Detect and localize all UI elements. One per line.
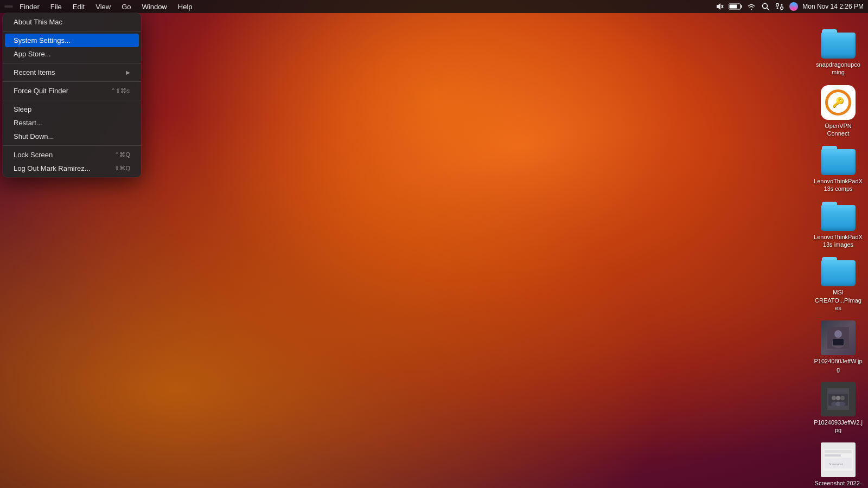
wifi-icon[interactable] xyxy=(746,1,757,12)
icon-label-lenovo-images: LenovoThinkPadX13s images xyxy=(814,233,863,249)
menu-item-app-store[interactable]: App Store... xyxy=(5,47,139,61)
menu-separator-4 xyxy=(3,100,141,100)
menubar-view[interactable]: View xyxy=(91,2,115,12)
menu-item-about[interactable]: About This Mac xyxy=(5,15,139,29)
icon-label-msi: MSI CREATO...PImages xyxy=(814,288,863,312)
siri-icon[interactable] xyxy=(788,1,799,12)
recent-items-arrow: ▶ xyxy=(126,69,130,75)
apple-menu-dropdown: About This Mac System Settings... App St… xyxy=(3,13,141,177)
menubar-clock: Mon Nov 14 2:26 PM xyxy=(802,3,864,10)
menu-item-system-settings[interactable]: System Settings... xyxy=(5,34,139,47)
desktop-icon-photo2[interactable]: P1024093JeffW2.jpg xyxy=(811,380,865,436)
menu-item-sleep[interactable]: Sleep xyxy=(5,102,139,116)
spotlight-icon[interactable] xyxy=(760,1,771,12)
desktop-icon-msi[interactable]: MSI CREATO...PImages xyxy=(811,255,865,314)
photo-thumbnail-2 xyxy=(821,382,856,416)
battery-icon[interactable] xyxy=(729,1,743,12)
folder-icon-lenovo-comps xyxy=(821,146,856,175)
desktop-icon-openvpn[interactable]: 🔑 OpenVPN Connect xyxy=(811,83,865,140)
svg-point-17 xyxy=(832,396,836,400)
force-quit-shortcut: ⌃⇧⌘⎋ xyxy=(111,87,130,94)
svg-rect-24 xyxy=(825,450,852,453)
icon-label-lenovo-comps: LenovoThinkPadX13s comps xyxy=(814,177,863,193)
apple-menu-button[interactable] xyxy=(4,5,13,8)
lock-screen-shortcut: ⌃⌘Q xyxy=(114,151,130,158)
svg-rect-3 xyxy=(741,5,742,8)
menu-item-lock-screen[interactable]: Lock Screen ⌃⌘Q xyxy=(5,148,139,162)
icon-label-photo2: P1024093JeffW2.jpg xyxy=(814,419,863,434)
menu-item-restart[interactable]: Restart... xyxy=(5,116,139,130)
folder-icon-lenovo-images xyxy=(821,202,856,231)
svg-point-12 xyxy=(834,330,842,338)
menubar-go[interactable]: Go xyxy=(117,2,135,12)
logout-shortcut: ⇧⌘Q xyxy=(114,165,130,172)
icon-label-screenshot: Screenshot 2022-11...31.27 PM xyxy=(814,479,863,488)
menubar-finder[interactable]: Finder xyxy=(15,2,44,12)
menubar-edit[interactable]: Edit xyxy=(68,2,89,12)
svg-point-9 xyxy=(781,4,783,6)
svg-line-6 xyxy=(767,8,769,10)
desktop-icon-snapdragon[interactable]: snapdragonupcoming xyxy=(811,27,865,79)
menubar-left: Finder File Edit View Go Window Help xyxy=(4,2,197,12)
photo-thumbnail-1 xyxy=(821,320,856,355)
menubar-right: Mon Nov 14 2:26 PM xyxy=(714,1,864,12)
desktop: Finder File Edit View Go Window Help xyxy=(0,0,868,488)
desktop-icon-photo1[interactable]: P1024080JeffW.jpg xyxy=(811,318,865,375)
icon-label-openvpn: OpenVPN Connect xyxy=(814,122,863,138)
menu-separator-5 xyxy=(3,145,141,146)
menu-item-recent-items[interactable]: Recent Items ▶ xyxy=(5,66,139,79)
openvpn-app-icon: 🔑 xyxy=(821,85,856,120)
menu-item-logout[interactable]: Log Out Mark Ramirez... ⇧⌘Q xyxy=(5,162,139,175)
menubar-window[interactable]: Window xyxy=(138,2,171,12)
svg-rect-14 xyxy=(833,339,844,345)
menu-separator-1 xyxy=(3,31,141,31)
desktop-icons-column: snapdragonupcoming 🔑 OpenVPN Connect Len… xyxy=(808,22,868,488)
desktop-icon-lenovo-comps[interactable]: LenovoThinkPadX13s comps xyxy=(811,144,865,195)
menubar-file[interactable]: File xyxy=(46,2,66,12)
folder-icon-msi xyxy=(821,257,856,286)
desktop-icon-screenshot[interactable]: Screenshot Screenshot 2022-11...31.27 PM xyxy=(811,440,865,488)
svg-point-7 xyxy=(776,4,779,7)
icon-label-photo1: P1024080JeffW.jpg xyxy=(814,357,863,373)
control-center-icon[interactable] xyxy=(774,1,785,12)
svg-point-8 xyxy=(781,7,783,10)
svg-text:Screenshot: Screenshot xyxy=(829,463,843,466)
menubar: Finder File Edit View Go Window Help xyxy=(0,0,868,13)
menu-item-force-quit[interactable]: Force Quit Finder ⌃⇧⌘⎋ xyxy=(5,84,139,98)
mute-icon[interactable] xyxy=(714,1,725,12)
desktop-icon-lenovo-images[interactable]: LenovoThinkPadX13s images xyxy=(811,200,865,251)
screenshot-thumbnail: Screenshot xyxy=(821,442,856,477)
menu-separator-2 xyxy=(3,63,141,63)
svg-point-22 xyxy=(840,402,845,406)
menu-item-shutdown[interactable]: Shut Down... xyxy=(5,130,139,143)
svg-point-5 xyxy=(763,4,768,9)
svg-point-19 xyxy=(840,396,845,400)
svg-rect-25 xyxy=(825,454,841,457)
svg-point-10 xyxy=(777,8,778,9)
menubar-help[interactable]: Help xyxy=(174,2,197,12)
svg-rect-4 xyxy=(730,5,737,9)
folder-icon-snapdragon xyxy=(821,29,856,59)
menu-separator-3 xyxy=(3,81,141,82)
icon-label-snapdragon: snapdragonupcoming xyxy=(814,61,863,76)
svg-point-18 xyxy=(836,396,840,400)
